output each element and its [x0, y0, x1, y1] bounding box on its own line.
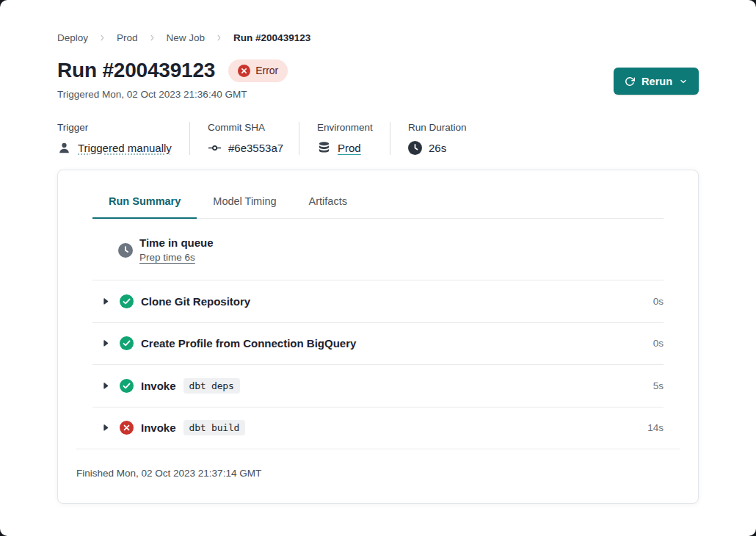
- caret-right-icon[interactable]: [101, 381, 110, 391]
- error-icon: [120, 421, 134, 435]
- error-circle-icon: [238, 65, 250, 77]
- tab-bar: Run Summary Model Timing Artifacts: [92, 195, 664, 219]
- status-badge: Error: [228, 59, 288, 82]
- success-icon: [120, 294, 134, 308]
- breadcrumb-prod[interactable]: Prod: [117, 32, 138, 43]
- trigger-value[interactable]: Triggered manually: [78, 142, 172, 154]
- caret-right-icon[interactable]: [101, 423, 110, 432]
- commit-icon: [208, 141, 222, 155]
- command-chip: dbt deps: [183, 378, 240, 394]
- database-icon: [317, 141, 331, 155]
- breadcrumb-deploy[interactable]: Deploy: [57, 32, 88, 43]
- chevron-right-icon: [148, 34, 156, 42]
- person-icon: [57, 141, 71, 155]
- refresh-icon: [625, 76, 635, 87]
- clock-icon: [118, 243, 133, 258]
- step-label: Create Profile from Connection BigQuery: [141, 337, 356, 350]
- chevron-right-icon: [98, 34, 106, 42]
- step-duration: 14s: [647, 422, 664, 433]
- queue-row: Time in queue Prep time 6s: [92, 219, 664, 280]
- rerun-button-label: Rerun: [641, 76, 672, 87]
- finished-timestamp: Finished Mon, 02 Oct 2023 21:37:14 GMT: [76, 449, 680, 479]
- step-row-dbt-deps[interactable]: Invoke dbt deps 5s: [92, 365, 664, 408]
- step-duration: 5s: [653, 380, 664, 391]
- step-row-clone-git[interactable]: Clone Git Repository 0s: [92, 280, 664, 323]
- breadcrumb-run-id: Run #200439123: [233, 32, 310, 43]
- breadcrumb-new-job[interactable]: New Job: [167, 32, 206, 43]
- tab-artifacts[interactable]: Artifacts: [293, 195, 363, 218]
- chevron-right-icon: [215, 34, 223, 42]
- tab-run-summary[interactable]: Run Summary: [92, 195, 197, 219]
- prep-time-link[interactable]: Prep time 6s: [139, 252, 214, 263]
- caret-right-icon[interactable]: [101, 338, 110, 348]
- step-row-dbt-build[interactable]: Invoke dbt build 14s: [92, 408, 664, 449]
- step-row-create-profile[interactable]: Create Profile from Connection BigQuery …: [92, 323, 664, 366]
- success-icon: [120, 379, 134, 393]
- environment-link[interactable]: Prod: [338, 142, 361, 154]
- caret-right-icon[interactable]: [101, 297, 110, 306]
- meta-run-duration: Run Duration 26s: [390, 122, 484, 155]
- commit-sha-value: #6e3553a7: [228, 142, 283, 154]
- clock-icon: [408, 141, 422, 155]
- meta-trigger: Trigger Triggered manually: [57, 122, 189, 155]
- step-label: Invoke: [141, 380, 176, 392]
- step-label: Clone Git Repository: [141, 295, 250, 308]
- meta-duration-label: Run Duration: [408, 122, 467, 133]
- run-detail-page: Deploy Prod New Job Run #200439123 Run #…: [0, 0, 756, 536]
- rerun-button[interactable]: Rerun: [614, 68, 699, 95]
- status-badge-label: Error: [255, 65, 278, 76]
- tab-model-timing[interactable]: Model Timing: [197, 195, 292, 218]
- step-label: Invoke: [141, 421, 176, 434]
- run-duration-value: 26s: [429, 142, 446, 154]
- meta-environment: Environment Prod: [299, 122, 390, 155]
- run-meta-strip: Trigger Triggered manually Commit SHA #6…: [57, 122, 699, 155]
- meta-trigger-label: Trigger: [57, 122, 172, 133]
- step-list: Time in queue Prep time 6s Clone Git Rep…: [92, 219, 664, 449]
- step-duration: 0s: [653, 338, 664, 349]
- meta-commit-sha: Commit SHA #6e3553a7: [189, 122, 299, 155]
- success-icon: [120, 336, 134, 350]
- meta-environment-label: Environment: [317, 122, 372, 133]
- step-duration: 0s: [653, 296, 664, 307]
- page-title: Run #200439123: [57, 59, 215, 82]
- run-summary-card: Run Summary Model Timing Artifacts Time …: [57, 170, 699, 504]
- chevron-down-icon: [679, 77, 688, 86]
- meta-commit-label: Commit SHA: [208, 122, 281, 133]
- command-chip: dbt build: [183, 420, 246, 435]
- queue-title: Time in queue: [139, 236, 214, 249]
- breadcrumb: Deploy Prod New Job Run #200439123: [0, 0, 756, 43]
